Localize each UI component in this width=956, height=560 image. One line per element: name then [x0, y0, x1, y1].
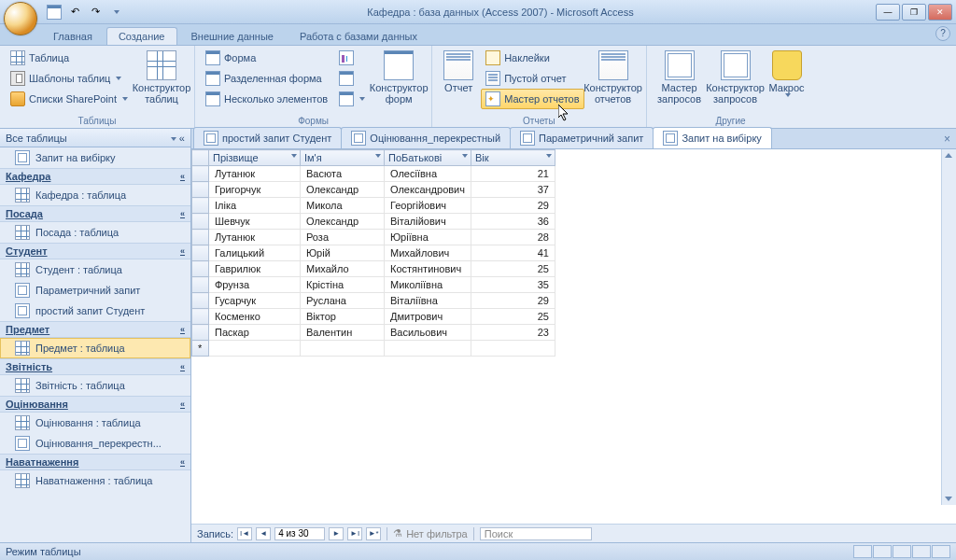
window-minimize-button[interactable]: —	[876, 4, 900, 21]
report-button[interactable]: Отчет	[438, 48, 479, 96]
select-all-cell[interactable]	[192, 150, 209, 166]
cell[interactable]: Руслана	[301, 293, 385, 309]
sharepoint-lists-button[interactable]: Списки SharePoint	[6, 89, 133, 109]
cell[interactable]: Галицький	[209, 245, 301, 261]
new-row-selector[interactable]: *	[192, 341, 209, 357]
form-button[interactable]: Форма	[201, 48, 332, 68]
ribbon-tab-home[interactable]: Главная	[41, 27, 105, 45]
split-form-button[interactable]: Разделенная форма	[201, 68, 332, 89]
blank-form-button[interactable]	[334, 68, 370, 89]
table-templates-button[interactable]: Шаблоны таблиц	[6, 68, 133, 89]
row-selector[interactable]	[192, 166, 209, 182]
cell[interactable]: 37	[471, 182, 555, 198]
cell[interactable]: Роза	[301, 230, 385, 245]
vertical-scrollbar[interactable]	[941, 149, 956, 505]
column-header[interactable]: ПоБатькові	[385, 150, 471, 166]
row-selector[interactable]	[192, 198, 209, 214]
cell[interactable]: 28	[471, 230, 555, 245]
cell[interactable]	[471, 341, 555, 357]
row-selector[interactable]	[192, 309, 209, 325]
cell[interactable]: Олесіївна	[385, 166, 471, 182]
nav-group-header[interactable]: Предмет«	[0, 321, 190, 338]
document-tab[interactable]: простий запит Студент	[193, 127, 342, 148]
cell[interactable]: Юріївна	[385, 230, 471, 245]
cell[interactable]: 21	[471, 166, 555, 182]
cell[interactable]: Віктор	[301, 309, 385, 325]
view-pivotchart-button[interactable]	[893, 545, 911, 558]
column-dropdown-icon[interactable]	[546, 154, 552, 158]
cell[interactable]: 36	[471, 214, 555, 230]
column-dropdown-icon[interactable]	[291, 154, 297, 158]
cell[interactable]: Шевчук	[209, 214, 301, 230]
document-tab[interactable]: Параметричний запит	[510, 127, 654, 148]
cell[interactable]: 25	[471, 261, 555, 277]
cell[interactable]: Михайло	[301, 261, 385, 277]
cell[interactable]: Васюта	[301, 166, 385, 182]
query-wizard-button[interactable]: Мастер запросов	[653, 48, 707, 107]
cell[interactable]: Гаврилюк	[209, 261, 301, 277]
cell[interactable]: Гусарчук	[209, 293, 301, 309]
row-selector[interactable]	[192, 214, 209, 230]
nav-group-header[interactable]: Студент«	[0, 243, 190, 259]
cell[interactable]: Дмитрович	[385, 309, 471, 325]
cell[interactable]: Олександрович	[385, 182, 471, 198]
row-selector[interactable]	[192, 182, 209, 198]
office-button[interactable]	[4, 2, 37, 35]
query-designer-button[interactable]: Конструктор запросов	[709, 48, 763, 107]
nav-header[interactable]: Все таблицы «	[0, 129, 190, 147]
window-restore-button[interactable]: ❐	[902, 4, 926, 21]
cell[interactable]: Косменко	[209, 309, 301, 325]
nav-item[interactable]: Предмет : таблица	[0, 338, 190, 358]
cell[interactable]: Микола	[301, 198, 385, 214]
cell[interactable]	[385, 341, 471, 357]
qat-save-icon[interactable]	[45, 3, 63, 21]
view-datasheet-button[interactable]	[853, 545, 872, 558]
view-pivottable-button[interactable]	[873, 545, 892, 558]
row-selector[interactable]	[192, 277, 209, 293]
cell[interactable]: Юрій	[301, 245, 385, 261]
nav-group-header[interactable]: Наватнаження«	[0, 454, 190, 470]
ribbon-tab-create[interactable]: Создание	[106, 27, 177, 45]
blank-report-button[interactable]: Пустой отчет	[481, 68, 583, 89]
report-designer-button[interactable]: Конструктор отчетов	[586, 48, 640, 107]
nav-item[interactable]: Кафедра : таблица	[0, 185, 190, 205]
cell[interactable]: Олександр	[301, 182, 385, 198]
cell[interactable]: Михайлович	[385, 245, 471, 261]
row-selector[interactable]	[192, 293, 209, 309]
view-design-button[interactable]	[932, 545, 950, 558]
view-sql-button[interactable]	[912, 545, 931, 558]
cell[interactable]: Лутанюк	[209, 166, 301, 182]
ribbon-tab-dbtools[interactable]: Работа с базами данных	[288, 27, 429, 45]
nav-item[interactable]: Параметричний запит	[0, 280, 190, 301]
document-tab[interactable]: Запит на вибірку	[653, 127, 772, 148]
row-selector[interactable]	[192, 325, 209, 341]
more-forms-button[interactable]	[334, 89, 370, 109]
cell[interactable]	[301, 341, 385, 357]
nav-group-header[interactable]: Кафедра«	[0, 168, 190, 185]
cell[interactable]: 29	[471, 293, 555, 309]
cell[interactable]: Миколіївна	[385, 277, 471, 293]
cell[interactable]: Лутанюк	[209, 230, 301, 245]
qat-undo-icon[interactable]: ↶	[65, 3, 84, 21]
recnav-next-button[interactable]: ►	[329, 527, 344, 540]
cell[interactable]: Фрунза	[209, 277, 301, 293]
nav-item[interactable]: Посада : таблица	[0, 222, 190, 243]
column-dropdown-icon[interactable]	[375, 154, 381, 158]
cell[interactable]: Валентин	[301, 325, 385, 341]
nav-item[interactable]: Оцінювання_перекрестн...	[0, 433, 190, 454]
cell[interactable]: 41	[471, 245, 555, 261]
column-header[interactable]: Прізвище	[209, 150, 301, 166]
nav-item[interactable]: Звітність : таблица	[0, 375, 190, 396]
nav-item[interactable]: Студент : таблица	[0, 259, 190, 280]
recnav-last-button[interactable]: ►I	[347, 527, 362, 540]
help-icon[interactable]: ?	[935, 26, 950, 41]
ribbon-tab-external[interactable]: Внешние данные	[179, 27, 286, 45]
recnav-new-button[interactable]: ►*	[366, 527, 381, 540]
cell[interactable]: Віталійович	[385, 214, 471, 230]
table-designer-button[interactable]: Конструктор таблиц	[134, 48, 189, 107]
cell[interactable]: Костянтинович	[385, 261, 471, 277]
close-tab-button[interactable]: ×	[944, 133, 950, 146]
cell[interactable]: 35	[471, 277, 555, 293]
recnav-prev-button[interactable]: ◄	[256, 527, 271, 540]
cell[interactable]: 25	[471, 309, 555, 325]
